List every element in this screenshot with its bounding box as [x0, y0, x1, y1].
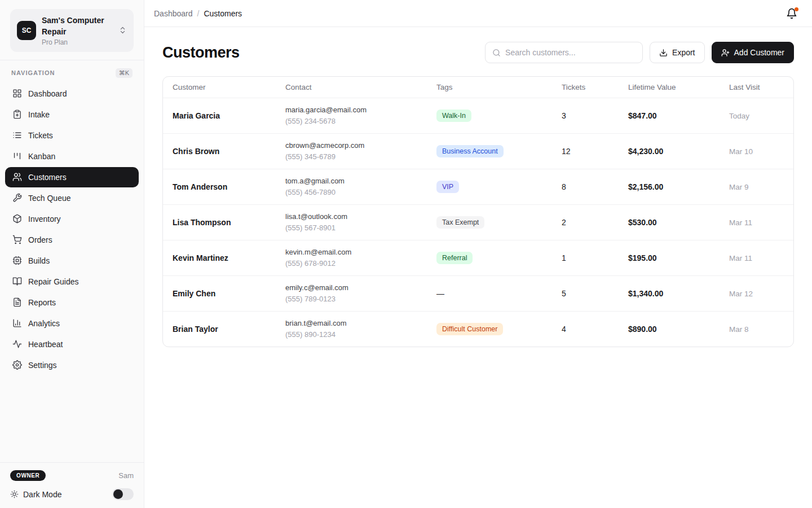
breadcrumb: Dashboard / Customers — [154, 9, 784, 18]
breadcrumb-dashboard[interactable]: Dashboard — [154, 9, 193, 18]
sidebar-item-label: Orders — [28, 235, 52, 244]
breadcrumb-customers: Customers — [204, 9, 242, 18]
notifications-button[interactable] — [784, 6, 800, 21]
workspace-plan: Pro Plan — [42, 38, 113, 46]
customer-phone: (555) 345-6789 — [285, 152, 336, 161]
customer-email: kevin.m@email.com — [285, 248, 351, 256]
customer-name: Emily Chen — [173, 289, 285, 298]
sidebar-item-label: Kanban — [28, 152, 55, 161]
notification-dot — [795, 7, 798, 11]
sidebar-item-repair-guides[interactable]: Repair Guides — [5, 271, 139, 292]
dashboard-icon — [12, 89, 22, 98]
customer-tickets: 4 — [562, 325, 628, 334]
package-icon — [12, 214, 22, 224]
column-header-lifetime-value: Lifetime Value — [628, 83, 729, 91]
customer-last-visit: Today — [729, 112, 793, 120]
cpu-icon — [12, 256, 22, 265]
customer-email: emily.c@email.com — [285, 283, 348, 292]
sidebar-item-label: Customers — [28, 173, 67, 182]
customer-lifetime-value: $4,230.00 — [628, 147, 729, 156]
customer-last-visit: Mar 12 — [729, 290, 793, 298]
sidebar-item-kanban[interactable]: Kanban — [5, 146, 139, 167]
column-header-contact: Contact — [285, 83, 436, 91]
table-row[interactable]: Lisa Thompson lisa.t@outlook.com(555) 56… — [163, 204, 793, 240]
download-icon — [659, 49, 668, 57]
sidebar-item-orders[interactable]: Orders — [5, 230, 139, 250]
sidebar-item-customers[interactable]: Customers — [5, 167, 139, 187]
sun-icon — [10, 490, 19, 498]
customer-last-visit: Mar 9 — [729, 183, 793, 191]
sidebar-item-inventory[interactable]: Inventory — [5, 209, 139, 229]
customer-tickets: 5 — [562, 289, 628, 298]
customer-last-visit: Mar 10 — [729, 147, 793, 156]
add-customer-button-label: Add Customer — [734, 48, 784, 57]
page-toolbar: Customers Export Add Customer — [162, 42, 794, 63]
sidebar-item-builds[interactable]: Builds — [5, 251, 139, 271]
customer-tag: Difficult Customer — [436, 323, 503, 335]
breadcrumb-separator: / — [197, 9, 200, 18]
activity-icon — [12, 339, 22, 349]
customer-tickets: 1 — [562, 253, 628, 262]
sidebar-item-label: Dashboard — [28, 89, 67, 98]
table-row[interactable]: Kevin Martinez kevin.m@email.com(555) 67… — [163, 240, 793, 275]
workspace-avatar: SC — [17, 21, 36, 40]
customer-last-visit: Mar 8 — [729, 325, 793, 334]
sidebar-item-dashboard[interactable]: Dashboard — [5, 84, 139, 104]
column-header-last-visit: Last Visit — [729, 83, 793, 91]
user-plus-icon — [721, 49, 730, 57]
search-box — [485, 42, 643, 63]
customer-name: Lisa Thompson — [173, 218, 285, 227]
sidebar-item-reports[interactable]: Reports — [5, 292, 139, 313]
customer-lifetime-value: $2,156.00 — [628, 182, 729, 191]
table-row[interactable]: Emily Chen emily.c@email.com(555) 789-01… — [163, 275, 793, 311]
owner-name: Sam — [118, 471, 134, 480]
sidebar-item-label: Settings — [28, 361, 57, 370]
customer-last-visit: Mar 11 — [729, 218, 793, 227]
customer-email: lisa.t@outlook.com — [285, 212, 347, 221]
customer-phone: (555) 234-5678 — [285, 117, 336, 125]
table-row[interactable]: Brian Taylor brian.t@email.com(555) 890-… — [163, 311, 793, 347]
customer-email: tom.a@gmail.com — [285, 177, 345, 185]
customer-phone: (555) 890-1234 — [285, 330, 336, 339]
column-header-tickets: Tickets — [562, 83, 628, 91]
dark-mode-toggle[interactable] — [112, 488, 134, 500]
customer-last-visit: Mar 11 — [729, 254, 793, 262]
customer-lifetime-value: $847.00 — [628, 111, 729, 120]
column-header-tags: Tags — [436, 83, 562, 91]
list-icon — [12, 130, 22, 140]
add-customer-button[interactable]: Add Customer — [712, 42, 794, 63]
gear-icon — [12, 360, 22, 370]
search-icon — [492, 49, 501, 57]
table-row[interactable]: Chris Brown cbrown@acmecorp.com(555) 345… — [163, 133, 793, 169]
customer-tickets: 12 — [562, 147, 628, 156]
sidebar-item-tech-queue[interactable]: Tech Queue — [5, 188, 139, 208]
table-row[interactable]: Tom Anderson tom.a@gmail.com(555) 456-78… — [163, 169, 793, 204]
table-header-row: Customer Contact Tags Tickets Lifetime V… — [163, 77, 793, 98]
sidebar-footer: OWNER Sam Dark Mode — [0, 462, 144, 508]
wrench-icon — [12, 193, 22, 203]
sidebar-item-settings[interactable]: Settings — [5, 355, 139, 375]
sidebar-item-label: Repair Guides — [28, 277, 79, 286]
customers-table: Customer Contact Tags Tickets Lifetime V… — [162, 76, 794, 347]
customer-tag: Tax Exempt — [436, 216, 484, 229]
customer-name: Chris Brown — [173, 147, 285, 156]
file-text-icon — [12, 297, 22, 307]
sidebar-item-analytics[interactable]: Analytics — [5, 313, 139, 334]
customer-tag: — — [436, 287, 450, 300]
clipboard-plus-icon — [12, 110, 22, 119]
sidebar-item-tickets[interactable]: Tickets — [5, 125, 139, 146]
table-row[interactable]: Maria Garcia maria.garcia@email.com(555)… — [163, 98, 793, 133]
sidebar-item-intake[interactable]: Intake — [5, 104, 139, 125]
customer-lifetime-value: $890.00 — [628, 325, 729, 334]
book-open-icon — [12, 277, 22, 286]
customer-phone: (555) 456-7890 — [285, 188, 336, 196]
sidebar-item-heartbeat[interactable]: Heartbeat — [5, 334, 139, 354]
customer-lifetime-value: $195.00 — [628, 253, 729, 262]
main-area: Dashboard / Customers Customers Export — [144, 0, 812, 508]
shopping-cart-icon — [12, 235, 22, 244]
customer-tag: Referral — [436, 252, 473, 264]
search-input[interactable] — [505, 48, 636, 57]
export-button[interactable]: Export — [650, 42, 704, 63]
workspace-switcher[interactable]: SC Sam's Computer Repair Pro Plan — [10, 9, 134, 52]
command-k-shortcut: ⌘K — [116, 68, 133, 78]
